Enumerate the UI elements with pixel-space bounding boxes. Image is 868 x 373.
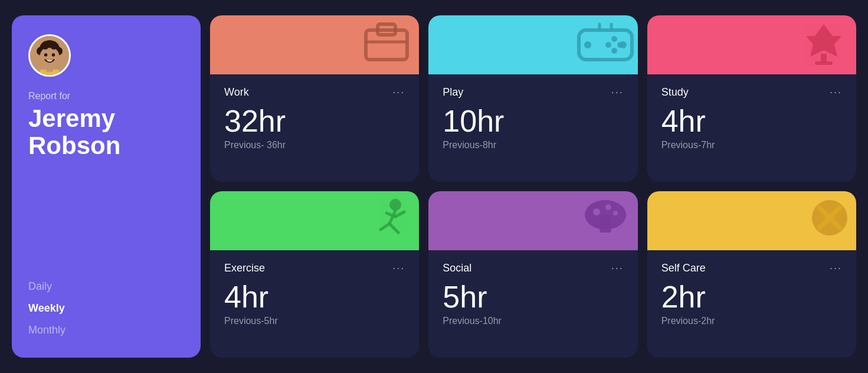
svg-point-20 <box>611 48 617 54</box>
svg-point-9 <box>50 42 58 50</box>
play-hours: 10hr <box>443 106 623 136</box>
card-body-exercise: Exercise ··· 4hr Previous-5hr <box>210 250 419 358</box>
svg-point-27 <box>389 199 401 211</box>
play-previous: Previous-8hr <box>443 140 623 150</box>
selfcare-menu[interactable]: ··· <box>830 262 842 274</box>
study-previous: Previous-7hr <box>661 140 842 150</box>
card-top-selfcare <box>647 191 856 250</box>
card-body-work: Work ··· 32hr Previous- 36hr <box>210 74 419 182</box>
work-icon <box>360 18 413 66</box>
card-study: Study ··· 4hr Previous-7hr <box>647 15 856 182</box>
nav-item-weekly[interactable]: Weekly <box>28 300 184 317</box>
selfcare-hours: 2hr <box>661 282 842 312</box>
avatar <box>28 34 71 77</box>
exercise-previous: Previous-5hr <box>224 316 405 326</box>
svg-point-21 <box>605 42 611 48</box>
svg-point-4 <box>40 47 60 66</box>
svg-point-18 <box>611 36 617 42</box>
study-hours: 4hr <box>661 106 842 136</box>
dashboard: Report for Jeremy Robson Daily Weekly Mo… <box>12 15 856 358</box>
svg-rect-25 <box>821 54 827 63</box>
svg-point-35 <box>593 208 600 215</box>
nav-item-monthly[interactable]: Monthly <box>28 322 184 339</box>
svg-point-16 <box>584 41 591 48</box>
svg-line-30 <box>389 224 398 233</box>
user-name: Jeremy Robson <box>28 105 184 159</box>
card-play: Play ··· 10hr Previous-8hr <box>428 15 637 182</box>
svg-point-5 <box>44 53 48 56</box>
work-previous: Previous- 36hr <box>224 140 405 150</box>
selfcare-previous: Previous-2hr <box>661 316 842 326</box>
nav-item-daily[interactable]: Daily <box>28 278 184 295</box>
card-body-study: Study ··· 4hr Previous-7hr <box>647 74 856 182</box>
card-work: Work ··· 32hr Previous- 36hr <box>210 15 419 182</box>
exercise-hours: 4hr <box>224 282 405 312</box>
work-menu[interactable]: ··· <box>392 86 405 99</box>
report-label: Report for <box>28 91 184 102</box>
card-selfcare: Self Care ··· 2hr Previous-2hr <box>647 191 856 358</box>
card-body-social: Social ··· 5hr Previous-10hr <box>428 250 637 358</box>
card-top-work <box>210 15 419 74</box>
exercise-menu[interactable]: ··· <box>392 262 405 274</box>
exercise-title: Exercise <box>224 262 265 274</box>
svg-line-31 <box>395 212 404 217</box>
card-top-exercise <box>210 191 419 250</box>
social-menu[interactable]: ··· <box>611 262 624 274</box>
profile-card: Report for Jeremy Robson Daily Weekly Mo… <box>12 15 201 358</box>
card-top-play <box>428 15 637 74</box>
svg-point-6 <box>52 53 55 56</box>
social-previous: Previous-10hr <box>443 316 623 326</box>
study-icon <box>797 18 850 66</box>
card-top-social <box>428 191 637 250</box>
selfcare-icon <box>797 194 850 241</box>
card-social: Social ··· 5hr Previous-10hr <box>428 191 637 358</box>
svg-rect-34 <box>600 215 611 233</box>
social-icon <box>579 194 632 241</box>
svg-line-29 <box>381 224 389 230</box>
svg-point-37 <box>613 211 618 215</box>
svg-rect-26 <box>815 61 833 65</box>
card-body-selfcare: Self Care ··· 2hr Previous-2hr <box>647 250 856 358</box>
social-hours: 5hr <box>443 282 623 312</box>
play-title: Play <box>443 86 463 99</box>
card-top-study <box>647 15 856 74</box>
selfcare-title: Self Care <box>661 262 706 274</box>
card-exercise: Exercise ··· 4hr Previous-5hr <box>210 191 419 358</box>
study-menu[interactable]: ··· <box>830 86 842 99</box>
work-hours: 32hr <box>224 106 405 136</box>
card-body-play: Play ··· 10hr Previous-8hr <box>428 74 637 182</box>
svg-rect-11 <box>47 66 53 72</box>
play-icon <box>576 18 635 66</box>
work-title: Work <box>224 86 249 99</box>
exercise-icon <box>357 194 416 241</box>
svg-marker-24 <box>806 24 841 57</box>
svg-point-19 <box>617 42 623 48</box>
study-title: Study <box>661 86 689 99</box>
svg-point-36 <box>605 204 611 210</box>
social-title: Social <box>443 262 471 274</box>
play-menu[interactable]: ··· <box>611 86 624 99</box>
nav-list: Daily Weekly Monthly <box>28 278 184 339</box>
